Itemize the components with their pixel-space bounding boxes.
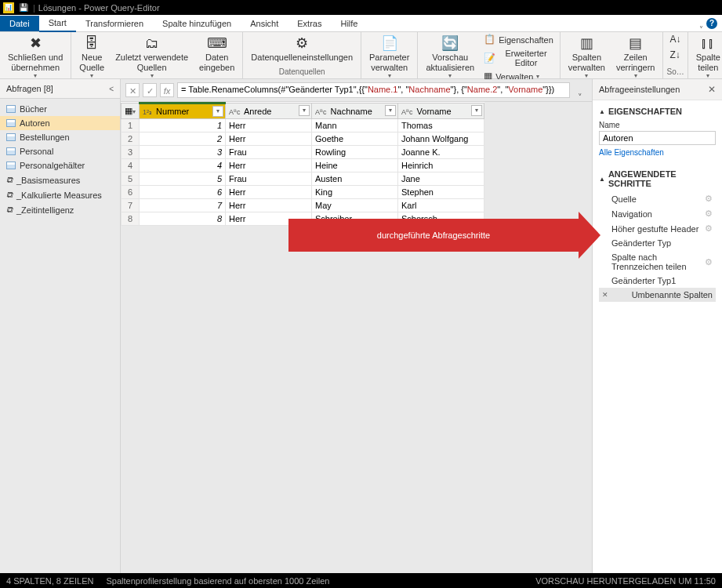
split-column-button[interactable]: ⫿⫿Spalte teilen ▾ xyxy=(691,34,722,81)
query-item[interactable]: Bestellungen xyxy=(0,130,120,144)
cell[interactable]: Frau xyxy=(226,146,312,159)
tab-view[interactable]: Ansicht xyxy=(241,16,288,31)
cell[interactable]: 1 xyxy=(140,119,226,132)
manage-columns-button[interactable]: ▥Spalten verwalten ▾ xyxy=(564,34,610,81)
tab-addcolumn[interactable]: Spalte hinzufügen xyxy=(153,16,241,31)
query-item[interactable]: Personalgehälter xyxy=(0,158,120,172)
ribbon-collapse-icon[interactable]: ˬ xyxy=(699,19,703,27)
applied-step[interactable]: Navigation⚙ xyxy=(599,206,716,221)
formula-accept-button[interactable]: ✓ xyxy=(143,83,157,97)
row-number[interactable]: 7 xyxy=(122,199,140,212)
cell[interactable]: 3 xyxy=(140,146,226,159)
applied-step[interactable]: Quelle⚙ xyxy=(599,191,716,206)
close-settings-icon[interactable]: ✕ xyxy=(708,84,716,95)
table-row[interactable]: 33FrauRowlingJoanne K. xyxy=(122,146,484,159)
gear-icon[interactable]: ⚙ xyxy=(705,194,713,204)
filter-dropdown-icon[interactable]: ▾ xyxy=(471,105,482,116)
refresh-preview-button[interactable]: 🔄Vorschau aktualisieren ▾ xyxy=(421,34,479,81)
cell[interactable]: Herr xyxy=(226,186,312,199)
cell[interactable]: Austen xyxy=(312,172,398,186)
cell[interactable]: May xyxy=(312,199,398,212)
new-source-button[interactable]: 🗄Neue Quelle ▾ xyxy=(74,34,109,81)
tab-file[interactable]: Datei xyxy=(0,16,39,31)
table-row[interactable]: 11HerrMannThomas xyxy=(122,119,484,132)
column-header[interactable]: Aᴮc Vorname▾ xyxy=(398,103,484,119)
query-name-input[interactable] xyxy=(599,131,716,145)
cell[interactable]: Heinrich xyxy=(398,159,484,172)
applied-step[interactable]: Geänderter Typ xyxy=(599,236,716,250)
cell[interactable]: Goethe xyxy=(312,132,398,146)
row-number[interactable]: 3 xyxy=(122,146,140,159)
cell[interactable]: Thomas xyxy=(398,119,484,132)
applied-step[interactable]: Geänderter Typ1 xyxy=(599,274,716,288)
cell[interactable]: Mann xyxy=(312,119,398,132)
collapse-queries-icon[interactable]: < xyxy=(109,85,114,93)
cell[interactable]: 8 xyxy=(140,212,226,226)
data-grid[interactable]: ▦▾1²₃ Nummer▾Aᴮc Anrede▾Aᴮc Nachname▾Aᴮc… xyxy=(121,102,484,226)
row-number[interactable]: 6 xyxy=(122,186,140,199)
query-item[interactable]: ⧉_Zeitintelligenz xyxy=(0,202,120,217)
cell[interactable]: Herr xyxy=(226,132,312,146)
reduce-rows-button[interactable]: ▤Zeilen verringern ▾ xyxy=(611,34,660,81)
column-header[interactable]: Aᴮc Nachname▾ xyxy=(312,103,398,119)
sort-asc-button[interactable]: A↓ xyxy=(666,34,684,46)
cell[interactable]: Karl xyxy=(398,199,484,212)
cell[interactable]: Herr xyxy=(226,199,312,212)
all-properties-link[interactable]: Alle Eigenschaften xyxy=(599,145,716,160)
query-item[interactable]: Personal xyxy=(0,144,120,158)
formula-input[interactable]: = Table.RenameColumns(#"Geänderter Typ1"… xyxy=(177,82,570,98)
applied-step[interactable]: Spalte nach Trennzeichen teilen⚙ xyxy=(599,250,716,274)
formula-cancel-button[interactable]: ✕ xyxy=(125,83,140,97)
filter-dropdown-icon[interactable]: ▾ xyxy=(385,105,396,116)
gear-icon[interactable]: ⚙ xyxy=(705,223,713,234)
cell[interactable]: Herr xyxy=(226,119,312,132)
formula-expand-icon[interactable]: ˬ xyxy=(573,83,587,97)
applied-step[interactable]: Höher gestufte Header⚙ xyxy=(599,221,716,236)
cell[interactable]: 6 xyxy=(140,186,226,199)
recent-sources-button[interactable]: 🗂Zuletzt verwendete Quellen ▾ xyxy=(111,34,193,81)
column-header[interactable]: Aᴮc Anrede▾ xyxy=(226,103,312,119)
cell[interactable]: 2 xyxy=(140,132,226,146)
column-header[interactable]: 1²₃ Nummer▾ xyxy=(140,103,226,119)
cell[interactable]: 5 xyxy=(140,172,226,186)
table-row[interactable]: 44HerrHeineHeinrich xyxy=(122,159,484,172)
cell[interactable]: 7 xyxy=(140,199,226,212)
cell[interactable]: Joanne K. xyxy=(398,146,484,159)
filter-dropdown-icon[interactable]: ▾ xyxy=(299,105,310,116)
gear-icon[interactable]: ⚙ xyxy=(705,257,713,267)
triangle-icon[interactable]: ▲ xyxy=(599,176,605,183)
tab-extras[interactable]: Extras xyxy=(288,16,331,31)
filter-dropdown-icon[interactable]: ▾ xyxy=(212,106,223,117)
tab-start[interactable]: Start xyxy=(39,15,76,32)
tab-help[interactable]: Hilfe xyxy=(331,16,367,31)
table-corner[interactable]: ▦▾ xyxy=(122,103,140,119)
save-icon[interactable]: 💾 xyxy=(17,3,30,12)
cell[interactable]: Jane xyxy=(398,172,484,186)
cell[interactable]: Herr xyxy=(226,159,312,172)
datasource-settings-button[interactable]: ⚙Datenquelleneinstellungen xyxy=(246,34,357,64)
cell[interactable]: Johann Wolfgang xyxy=(398,132,484,146)
cell[interactable]: Stephen xyxy=(398,186,484,199)
row-number[interactable]: 8 xyxy=(122,212,140,226)
gear-icon[interactable]: ⚙ xyxy=(705,209,713,219)
cell[interactable]: Frau xyxy=(226,172,312,186)
query-item[interactable]: ⧉_Basismeasures xyxy=(0,172,120,187)
row-number[interactable]: 4 xyxy=(122,159,140,172)
cell[interactable]: Rowling xyxy=(312,146,398,159)
properties-button[interactable]: 📋Eigenschaften xyxy=(481,34,557,46)
cell[interactable]: Heine xyxy=(312,159,398,172)
sort-desc-button[interactable]: Z↓ xyxy=(666,49,683,62)
row-number[interactable]: 2 xyxy=(122,132,140,146)
manage-parameters-button[interactable]: 📄Parameter verwalten ▾ xyxy=(365,34,414,81)
row-number[interactable]: 5 xyxy=(122,172,140,186)
cell[interactable]: King xyxy=(312,186,398,199)
table-row[interactable]: 66HerrKingStephen xyxy=(122,186,484,199)
table-row[interactable]: 77HerrMayKarl xyxy=(122,199,484,212)
formula-fx-button[interactable]: fx xyxy=(160,83,174,97)
query-item[interactable]: ⧉_Kalkulierte Measures xyxy=(0,187,120,202)
query-item[interactable]: Autoren xyxy=(0,116,120,130)
enter-data-button[interactable]: ⌨Daten eingeben xyxy=(194,34,239,74)
tab-transform[interactable]: Transformieren xyxy=(76,16,153,31)
cell[interactable]: 4 xyxy=(140,159,226,172)
help-icon[interactable]: ? xyxy=(706,18,717,29)
